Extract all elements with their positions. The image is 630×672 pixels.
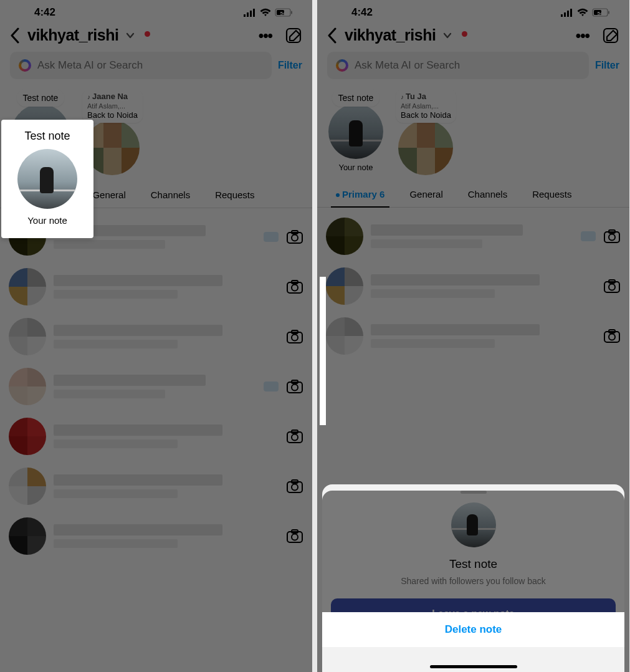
chat-row[interactable] — [9, 262, 303, 312]
camera-icon[interactable] — [286, 479, 303, 494]
notification-dot-icon — [462, 31, 467, 37]
chevron-down-icon[interactable] — [126, 32, 135, 39]
camera-icon[interactable] — [286, 279, 303, 294]
filter-button[interactable]: Filter — [595, 60, 619, 71]
camera-icon[interactable] — [603, 329, 621, 343]
svg-text:54: 54 — [280, 11, 286, 16]
chat-row[interactable] — [326, 261, 621, 311]
back-icon[interactable] — [327, 27, 337, 44]
tab-primary[interactable]: Primary 6 — [326, 183, 394, 207]
compose-icon[interactable] — [602, 27, 619, 44]
camera-icon[interactable] — [286, 229, 303, 244]
svg-point-25 — [292, 484, 298, 491]
chat-row[interactable] — [326, 311, 621, 361]
svg-point-46 — [609, 334, 615, 340]
search-placeholder: Ask Meta AI or Search — [37, 59, 143, 72]
chat-row[interactable] — [9, 461, 303, 511]
search-input[interactable]: Ask Meta AI or Search — [327, 52, 589, 79]
more-icon[interactable]: ••• — [570, 27, 596, 44]
svg-point-43 — [609, 284, 615, 290]
chevron-down-icon[interactable] — [443, 32, 452, 39]
username-label[interactable]: vikhyat_rishi — [345, 26, 436, 44]
camera-icon[interactable] — [286, 529, 303, 544]
camera-icon[interactable] — [603, 229, 621, 244]
tab-requests[interactable]: Requests — [205, 183, 264, 208]
chat-row[interactable] — [9, 411, 303, 461]
left-edge-highlight — [320, 277, 326, 425]
svg-rect-30 — [561, 14, 563, 17]
svg-rect-0 — [244, 14, 246, 17]
wifi-icon — [577, 8, 588, 17]
camera-icon[interactable] — [286, 429, 303, 444]
signal-icon — [244, 8, 256, 17]
signal-icon — [561, 8, 573, 17]
search-row: Ask Meta AI or Search Filter — [0, 52, 312, 87]
wifi-icon — [260, 8, 271, 17]
svg-point-19 — [292, 385, 298, 391]
meta-ai-icon — [19, 59, 31, 72]
friend-note-bubble: ♪Jaane Na Atif Aslam,... Back to Noida — [82, 89, 143, 123]
inbox-header: vikhyat_rishi ••• — [0, 21, 312, 52]
svg-rect-32 — [567, 11, 569, 17]
tab-channels[interactable]: Channels — [141, 183, 200, 208]
status-bar: 4:42 54 — [317, 0, 629, 21]
search-row: Ask Meta AI or Search Filter — [317, 52, 629, 87]
inbox-tabs: Primary 6 General Channels Requests — [317, 181, 629, 208]
highlight-bubble: Test note — [23, 128, 71, 144]
left-screen: 4:42 54 vikhyat_rishi ••• — [0, 0, 312, 672]
sheet-subtitle: Shared with followers you follow back — [322, 576, 624, 586]
friend-note-item[interactable]: ♪Tu Ja Atif Aslam,... Back to Noida — [396, 89, 456, 175]
svg-point-22 — [292, 434, 298, 441]
svg-rect-2 — [250, 11, 252, 17]
back-icon[interactable] — [10, 27, 20, 44]
svg-text:54: 54 — [598, 11, 603, 16]
tab-channels[interactable]: Channels — [458, 183, 517, 207]
camera-icon[interactable] — [286, 379, 303, 394]
chat-list[interactable] — [0, 208, 312, 561]
status-time: 4:42 — [351, 6, 373, 19]
home-indicator[interactable] — [430, 665, 517, 668]
chat-row[interactable] — [9, 362, 303, 411]
battery-icon: 54 — [592, 8, 611, 17]
username-label[interactable]: vikhyat_rishi — [27, 26, 118, 44]
svg-rect-36 — [608, 11, 609, 14]
search-placeholder: Ask Meta AI or Search — [355, 59, 460, 72]
svg-rect-31 — [564, 12, 566, 17]
music-icon: ♪ — [87, 94, 90, 100]
chat-row[interactable] — [9, 312, 303, 362]
your-note-highlight[interactable]: Test note Your note — [1, 120, 93, 238]
svg-point-10 — [292, 235, 298, 241]
chat-row[interactable] — [326, 211, 621, 261]
search-input[interactable]: Ask Meta AI or Search — [10, 52, 272, 79]
svg-point-13 — [292, 285, 298, 291]
your-note-item[interactable]: Test note Your note — [328, 89, 383, 175]
your-note-label: Your note — [338, 163, 373, 172]
sheet-grabber[interactable] — [461, 491, 487, 494]
svg-point-28 — [292, 534, 298, 540]
unread-badge — [264, 382, 279, 391]
delete-note-button[interactable]: Delete note — [322, 612, 624, 647]
svg-point-40 — [609, 234, 615, 240]
add-note-dot-icon — [14, 107, 21, 114]
tab-requests[interactable]: Requests — [522, 183, 581, 207]
highlight-avatar — [17, 149, 77, 209]
your-note-bubble: Test note — [17, 89, 65, 107]
compose-icon[interactable] — [285, 27, 302, 44]
music-icon: ♪ — [401, 94, 404, 100]
inbox-header: vikhyat_rishi ••• — [317, 21, 629, 52]
chat-row[interactable] — [9, 511, 303, 561]
svg-rect-33 — [570, 9, 572, 17]
status-bar: 4:42 54 — [0, 0, 312, 21]
more-icon[interactable]: ••• — [252, 27, 279, 44]
sheet-avatar — [451, 502, 496, 547]
camera-icon[interactable] — [603, 279, 621, 294]
meta-ai-icon — [336, 59, 348, 72]
camera-icon[interactable] — [286, 329, 303, 344]
chat-list[interactable] — [317, 208, 629, 361]
battery-icon: 54 — [275, 8, 294, 17]
tab-general[interactable]: General — [399, 183, 452, 207]
friend-note-bubble: ♪Tu Ja Atif Aslam,... Back to Noida — [396, 89, 456, 123]
svg-rect-3 — [253, 9, 255, 17]
filter-button[interactable]: Filter — [278, 60, 302, 71]
unread-badge — [264, 232, 279, 242]
